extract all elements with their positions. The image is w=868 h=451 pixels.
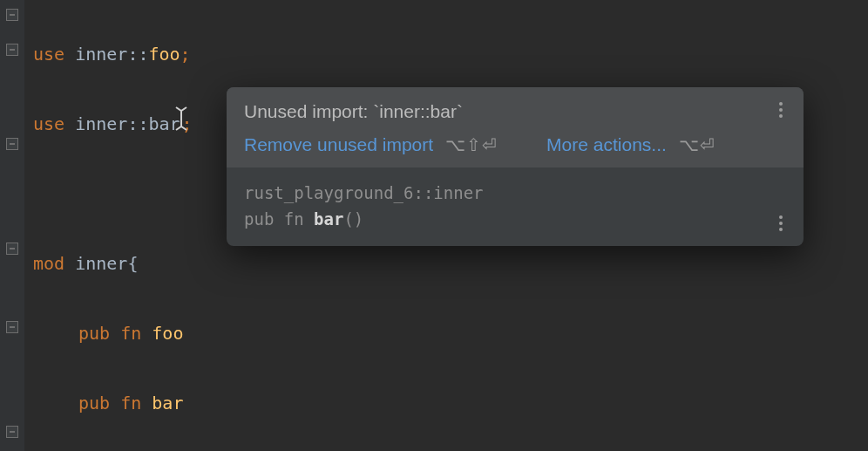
fold-marker-icon[interactable]	[6, 243, 18, 255]
doc-signature: pub fn bar()	[244, 206, 786, 232]
fold-marker-icon[interactable]	[6, 9, 18, 21]
mod-name: inner	[75, 253, 127, 274]
code-line[interactable]: pub fn foo	[33, 316, 193, 351]
popup-actions-row: Remove unused import ⌥⇧⏎ More actions...…	[244, 134, 786, 155]
fn-name: bar	[152, 393, 183, 413]
fold-marker-icon[interactable]	[6, 44, 18, 56]
doc-path: rust_playground_6::inner	[244, 180, 786, 206]
keyword-mod: mod	[33, 253, 64, 274]
keyword-pub: pub	[78, 393, 110, 413]
editor-gutter	[0, 0, 24, 451]
popup-header: Unused import: `inner::bar` Remove unuse…	[227, 87, 804, 167]
remove-unused-import-link[interactable]: Remove unused import	[244, 134, 433, 155]
path-segment: inner	[75, 113, 127, 134]
keyword-use: use	[33, 113, 64, 134]
editor-code[interactable]: use inner::foo; use inner::bar; mod inne…	[33, 2, 193, 451]
kebab-menu-icon[interactable]	[772, 99, 790, 120]
kebab-menu-icon[interactable]	[772, 213, 790, 234]
inspection-title: Unused import: `inner::bar`	[244, 101, 786, 122]
import-name: foo	[148, 44, 180, 65]
intention-popup: Unused import: `inner::bar` Remove unuse…	[227, 87, 804, 246]
shortcut-hint: ⌥⇧⏎	[445, 134, 498, 155]
code-line[interactable]: pub fn bar	[33, 386, 193, 420]
code-line[interactable]: use inner::bar;	[33, 106, 193, 141]
fn-name: foo	[152, 323, 183, 344]
quick-doc: rust_playground_6::inner pub fn bar()	[227, 167, 804, 246]
path-segment: inner	[75, 44, 127, 65]
fold-marker-icon[interactable]	[6, 321, 18, 333]
keyword-pub: pub	[78, 323, 110, 344]
text-caret-icon	[180, 107, 182, 130]
code-line[interactable]: mod inner{	[33, 246, 193, 281]
more-actions-link[interactable]: More actions...	[546, 134, 667, 155]
code-line[interactable]: use inner::foo;	[33, 37, 193, 72]
keyword-fn: fn	[120, 393, 141, 413]
fold-marker-icon[interactable]	[6, 426, 18, 438]
keyword-use: use	[33, 44, 64, 65]
keyword-fn: fn	[120, 323, 141, 344]
fold-marker-icon[interactable]	[6, 138, 18, 150]
code-line-blank[interactable]	[33, 176, 193, 211]
shortcut-hint: ⌥⏎	[679, 134, 715, 155]
